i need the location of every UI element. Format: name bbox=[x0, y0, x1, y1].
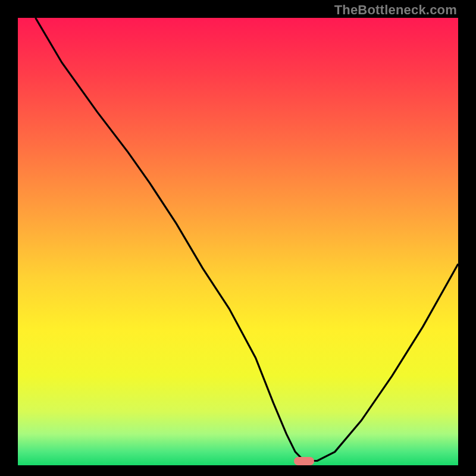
watermark-text: TheBottleneck.com bbox=[334, 2, 457, 18]
bottleneck-curve bbox=[18, 18, 458, 465]
frame-right bbox=[458, 0, 476, 476]
curve-path bbox=[36, 18, 458, 461]
optimal-marker bbox=[294, 457, 314, 465]
chart-stage: TheBottleneck.com bbox=[0, 0, 476, 476]
frame-bottom bbox=[0, 465, 476, 476]
plot-area bbox=[18, 18, 458, 465]
frame-left bbox=[0, 0, 18, 476]
